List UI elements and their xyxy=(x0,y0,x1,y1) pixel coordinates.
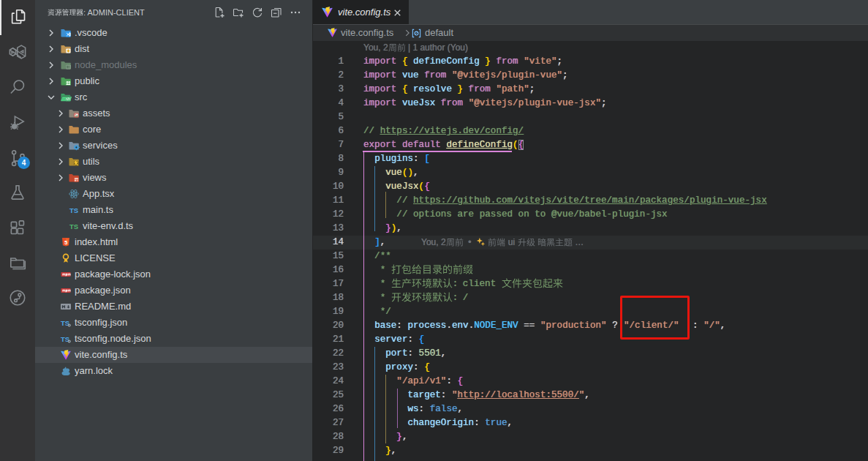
svg-text:5: 5 xyxy=(64,239,67,246)
svg-text:TS: TS xyxy=(69,206,78,214)
svg-text:TS: TS xyxy=(69,222,78,230)
